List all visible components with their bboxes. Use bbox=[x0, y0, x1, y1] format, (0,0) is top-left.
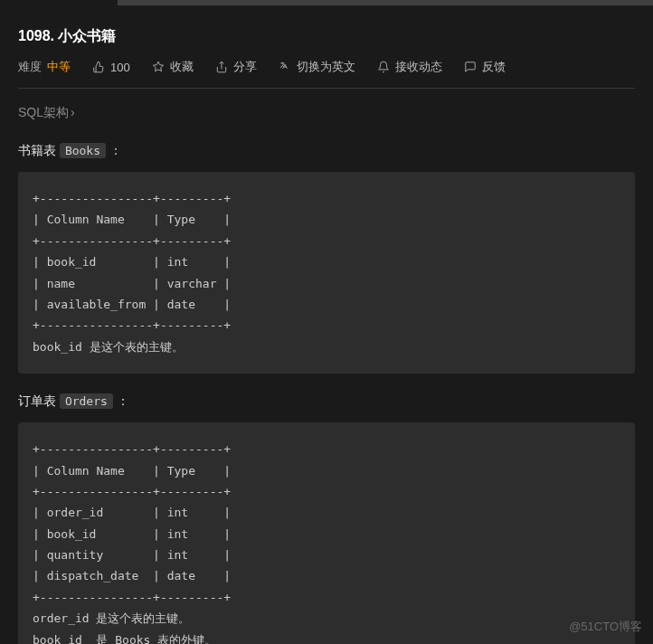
books-section-label: 书籍表 Books ： bbox=[18, 130, 635, 168]
page-title: 1098. 小众书籍 bbox=[18, 18, 635, 59]
subscribe-button[interactable]: 接收动态 bbox=[377, 59, 442, 75]
books-schema-code: +----------------+---------+ | Column Na… bbox=[18, 172, 635, 374]
favorite-button[interactable]: 收藏 bbox=[152, 59, 194, 75]
likes-button[interactable]: 100 bbox=[92, 61, 130, 74]
orders-schema-code: +----------------+---------+ | Column Na… bbox=[18, 422, 635, 644]
difficulty-label: 难度 bbox=[18, 59, 42, 75]
share-button[interactable]: 分享 bbox=[215, 59, 257, 75]
orders-code: Orders bbox=[60, 393, 113, 409]
topbar-light-segment bbox=[118, 0, 653, 5]
books-code: Books bbox=[60, 143, 106, 158]
share-label: 分享 bbox=[233, 59, 257, 75]
orders-section-label: 订单表 Orders ： bbox=[18, 381, 635, 419]
top-bar bbox=[0, 0, 653, 5]
sql-schema-link[interactable]: SQL架构› bbox=[18, 89, 635, 130]
chevron-right-icon: › bbox=[71, 105, 75, 119]
orders-label-suffix: ： bbox=[113, 393, 129, 408]
topbar-dark-segment bbox=[0, 0, 118, 5]
star-icon bbox=[152, 61, 165, 73]
schema-link-text: SQL架构 bbox=[18, 105, 69, 119]
share-icon bbox=[215, 61, 228, 73]
books-label-suffix: ： bbox=[106, 143, 122, 157]
translate-button[interactable]: 切换为英文 bbox=[279, 59, 355, 75]
favorite-label: 收藏 bbox=[170, 59, 194, 75]
difficulty-value: 中等 bbox=[47, 59, 71, 75]
meta-row: 难度 中等 100 收藏 分享 切换为英文 接收动态 反馈 bbox=[18, 59, 635, 89]
feedback-label: 反馈 bbox=[482, 59, 506, 75]
subscribe-label: 接收动态 bbox=[395, 59, 442, 75]
translate-icon bbox=[279, 61, 291, 73]
orders-label-prefix: 订单表 bbox=[18, 393, 60, 408]
books-label-prefix: 书籍表 bbox=[18, 143, 60, 157]
feedback-button[interactable]: 反馈 bbox=[464, 59, 506, 75]
main-content: 1098. 小众书籍 难度 中等 100 收藏 分享 切换为英文 接收动态 反馈 bbox=[0, 5, 653, 644]
difficulty: 难度 中等 bbox=[18, 59, 71, 75]
translate-label: 切换为英文 bbox=[297, 59, 355, 75]
comment-icon bbox=[464, 61, 477, 73]
bell-icon bbox=[377, 61, 390, 73]
thumbs-up-icon bbox=[92, 61, 105, 73]
likes-count: 100 bbox=[110, 61, 130, 74]
